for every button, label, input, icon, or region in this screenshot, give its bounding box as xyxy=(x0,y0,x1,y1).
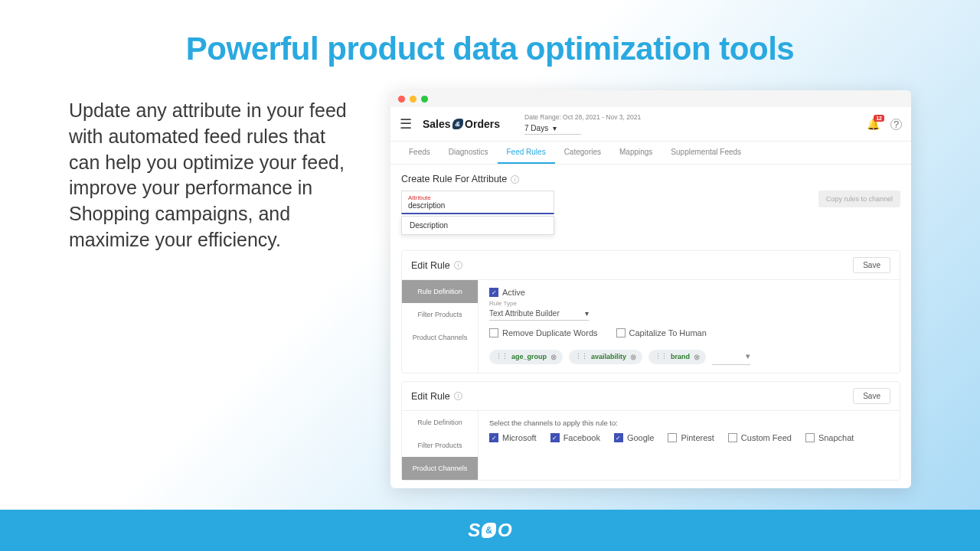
window-chrome xyxy=(390,90,911,107)
drag-icon: ⋮⋮ xyxy=(495,353,508,360)
side-tab-filter-products[interactable]: Filter Products xyxy=(402,434,478,457)
minimize-icon[interactable] xyxy=(410,96,416,103)
channel-facebook-checkbox[interactable]: ✓ xyxy=(550,433,560,442)
remove-icon[interactable]: ⊗ xyxy=(630,353,636,361)
attribute-option[interactable]: Description xyxy=(401,216,554,235)
copy-rules-button[interactable]: Copy rules to channel xyxy=(818,191,900,207)
side-tab-product-channels[interactable]: Product Channels xyxy=(402,326,478,349)
attribute-field-label: Attribute xyxy=(408,194,547,201)
tab-categories[interactable]: Categories xyxy=(555,142,610,164)
channel-pinterest-checkbox[interactable] xyxy=(668,433,677,442)
date-range-select[interactable]: 7 Days▾ xyxy=(524,122,581,135)
channel-label: Facebook xyxy=(564,433,600,442)
active-checkbox[interactable]: ✓ xyxy=(489,288,498,297)
channel-microsoft-checkbox[interactable]: ✓ xyxy=(489,433,498,442)
capitalize-checkbox[interactable] xyxy=(616,328,626,337)
side-tab-rule-definition[interactable]: Rule Definition xyxy=(402,411,478,434)
active-label: Active xyxy=(502,288,525,297)
save-button[interactable]: Save xyxy=(853,257,890,273)
rule-type-select[interactable]: Text Attribute Builder▾ xyxy=(489,307,589,321)
chip-brand[interactable]: ⋮⋮brand⊗ xyxy=(648,350,706,364)
save-button[interactable]: Save xyxy=(853,388,890,404)
page-title: Powerful product data optimization tools xyxy=(0,0,980,90)
attribute-input[interactable]: Attribute description xyxy=(401,191,554,214)
create-rule-heading: Create Rule For Attribute i xyxy=(401,174,900,184)
channel-google-checkbox[interactable]: ✓ xyxy=(614,433,623,442)
channel-custom-feed-checkbox[interactable] xyxy=(728,433,737,442)
add-chip-select[interactable]: ▾ xyxy=(712,348,750,365)
chevron-down-icon: ▾ xyxy=(553,124,557,132)
info-icon[interactable]: i xyxy=(454,261,462,269)
notifications-icon[interactable]: 🔔12 xyxy=(867,118,880,130)
channel-label: Microsoft xyxy=(502,433,537,442)
chevron-down-icon: ▾ xyxy=(585,309,589,318)
rule-type-label: Rule Type xyxy=(489,300,889,307)
chip-availability[interactable]: ⋮⋮availability⊗ xyxy=(569,350,642,364)
close-icon[interactable] xyxy=(398,96,405,103)
remove-icon[interactable]: ⊗ xyxy=(550,353,557,361)
info-icon[interactable]: i xyxy=(511,175,519,184)
side-tab-product-channels[interactable]: Product Channels xyxy=(402,457,478,480)
date-range-label: Date Range: Oct 28, 2021 - Nov 3, 2021 xyxy=(524,113,641,121)
capitalize-label: Capitalize To Human xyxy=(629,328,707,337)
hamburger-icon[interactable]: ☰ xyxy=(400,116,412,132)
channel-snapchat-checkbox[interactable] xyxy=(805,433,815,442)
footer-bar: S&O xyxy=(0,510,980,551)
remove-icon[interactable]: ⊗ xyxy=(694,353,700,361)
app-header: ☰ Sales&Orders Date Range: Oct 28, 2021 … xyxy=(390,107,911,142)
chip-age-group[interactable]: ⋮⋮age_group⊗ xyxy=(489,350,563,364)
notification-badge: 12 xyxy=(874,115,884,122)
app-window: ☰ Sales&Orders Date Range: Oct 28, 2021 … xyxy=(390,90,911,488)
tab-supplemental[interactable]: Supplemental Feeds xyxy=(662,142,750,164)
tab-diagnostics[interactable]: Diagnostics xyxy=(439,142,498,164)
side-tab-filter-products[interactable]: Filter Products xyxy=(402,303,478,326)
edit-rule-heading: Edit Rule i xyxy=(411,391,462,402)
help-icon[interactable]: ? xyxy=(890,119,902,130)
side-tab-rule-definition[interactable]: Rule Definition xyxy=(402,280,478,303)
tab-feeds[interactable]: Feeds xyxy=(400,142,439,164)
channel-label: Custom Feed xyxy=(741,433,792,442)
description-text: Update any attribute in your feed with a… xyxy=(69,90,360,488)
footer-logo: S&O xyxy=(468,520,511,541)
brand-logo: Sales&Orders xyxy=(423,118,500,130)
channels-hint: Select the channels to apply this rule t… xyxy=(489,419,889,427)
edit-rule-heading: Edit Rule i xyxy=(411,260,462,271)
remove-duplicate-label: Remove Duplicate Words xyxy=(502,328,598,337)
remove-duplicate-checkbox[interactable] xyxy=(489,328,498,337)
main-tabs: Feeds Diagnostics Feed Rules Categories … xyxy=(390,142,911,165)
drag-icon: ⋮⋮ xyxy=(655,353,667,360)
maximize-icon[interactable] xyxy=(421,96,428,103)
drag-icon: ⋮⋮ xyxy=(575,353,587,360)
channel-label: Pinterest xyxy=(681,433,714,442)
channel-label: Google xyxy=(627,433,654,442)
tab-mappings[interactable]: Mappings xyxy=(610,142,662,164)
channel-label: Snapchat xyxy=(818,433,854,442)
tab-feed-rules[interactable]: Feed Rules xyxy=(498,142,555,164)
info-icon[interactable]: i xyxy=(454,392,462,400)
